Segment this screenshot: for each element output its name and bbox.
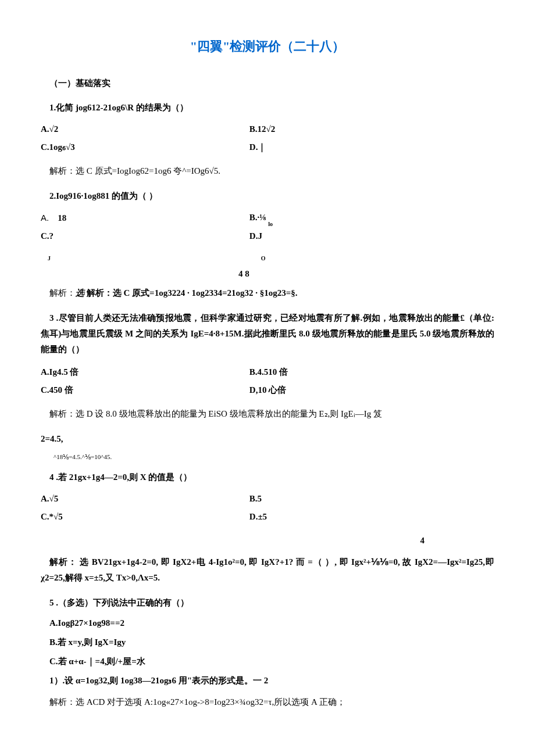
q2-b-text: B.·⅛	[249, 213, 266, 222]
q4-topnum: 4	[41, 533, 494, 549]
q4-options: A.√5 B.5 C.*√5 D.±5	[41, 490, 494, 526]
q5-stem: 5 .（多选）下列说法中正确的有（）	[41, 595, 494, 611]
q5-opt-a: A.Iogβ27×1og98==2	[41, 615, 494, 631]
q5-opt-d: 1）.设 α=1og32,则 1og38—21og₃6 用"表示的形式是。一 2	[41, 673, 494, 689]
q2-b-sub: lo	[268, 221, 273, 227]
q3-explain-1: 解析：选 D 设 8.0 级地震释放出的能量为 EiSO 级地震释放出的能量为 …	[41, 406, 494, 422]
q4-opt-b: B.5	[249, 490, 458, 508]
q5-explain: 解析：选 ACD 对于选项 A:1og«27×1og->8=Iog23×¾og3…	[41, 694, 494, 710]
q5-choices: A.Iogβ27×1og98==2 B.若 x=y,则 IgX=Igy C.若 …	[41, 615, 494, 689]
q5-opt-b: B.若 x=y,则 IgX=Igy	[41, 635, 494, 650]
q2-a-val: 18	[58, 213, 66, 223]
q2-explain-text: 解析：选 解析：选 C 原式=1og3224 · 1og2334=21og32 …	[49, 288, 297, 298]
q1-opt-b: B.12√2	[249, 120, 458, 138]
q2-d-text: D.J	[249, 231, 262, 241]
q1-stem: 1.化简 jog612-21og6\R 的结果为（）	[41, 100, 494, 116]
q4-explain: 解析： 选 BV21gx+1g4-2=0, 即 IgX2+电 4-Ig1o²=0…	[41, 554, 494, 586]
q2-options: A. 18 B.·⅛ lo C.? J D.J O	[41, 209, 494, 261]
q4-opt-d: D.±5	[249, 508, 458, 526]
q2-opt-b: B.·⅛ lo	[249, 209, 458, 227]
q3-opt-d: D,10 心倍	[249, 381, 458, 399]
q2-stem: 2.Iog916·1og881 的值为（ ）	[41, 188, 494, 204]
section-1-heading: （一）基础落实	[41, 76, 494, 91]
q3-small: ^18⅟₈=4.5.^⅟₈=10^45.	[54, 452, 494, 463]
q3-opt-b: B.4.510 倍	[249, 363, 458, 381]
q3-stem: 3 .尽管目前人类还无法准确预报地震，但科学家通过研究，已经对地震有所了解.例如…	[41, 310, 494, 357]
q3-opt-a: A.Ig4.5 倍	[41, 363, 249, 381]
q1-opt-c: C.1og₆√3	[41, 138, 249, 156]
q3-explain-2: 2=4.5,	[41, 431, 494, 447]
q2-c-text: C.?	[41, 231, 54, 241]
q1-explain: 解析：选 C 原式=IogIog62=1og6 夸^=IOg6√5.	[41, 163, 494, 179]
q2-explain: 解析：选 解析：选 C 原式=1og3224 · 1og2334=21og32 …	[41, 285, 494, 301]
q2-opt-d: D.J O	[249, 227, 458, 261]
q3-opt-c: C.450 倍	[41, 381, 249, 399]
q2-nums-48: 4 8	[41, 266, 494, 282]
q2-c-sub: J	[48, 255, 51, 261]
q3-options: A.Ig4.5 倍 B.4.510 倍 C.450 倍 D,10 心倍	[41, 363, 494, 399]
q2-explain-body: 解析：选 C 原式=1og3224 · 1og2334=21og32 · §1o…	[87, 288, 298, 298]
q4-stem: 4 .若 21gx+1g4—2=0,则 X 的值是（）	[41, 470, 494, 485]
q5-opt-c: C.若 α+α-｜=4,则/+屋=水	[41, 654, 494, 669]
q4-opt-c: C.*√5	[41, 508, 249, 526]
q1-options: A.√2 B.12√2 C.1og₆√3 D.｜	[41, 120, 494, 156]
q2-a-label: A.	[41, 213, 49, 223]
page-title: "四翼"检测评价（二十八）	[41, 35, 494, 58]
q1-opt-d: D.｜	[249, 138, 458, 156]
q2-d-sub: O	[261, 255, 266, 261]
q2-opt-c: C.? J	[41, 227, 249, 261]
q4-opt-a: A.√5	[41, 490, 249, 508]
q1-opt-a: A.√2	[41, 120, 249, 138]
q2-opt-a: A. 18	[41, 209, 249, 227]
